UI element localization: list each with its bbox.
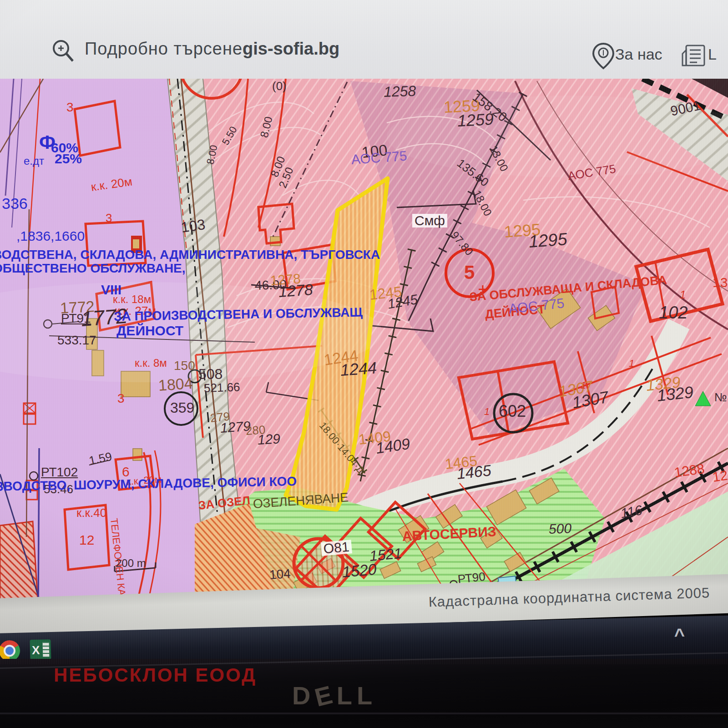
app-header: Подробно търсене gis-sofia.bg За нас L (0, 0, 728, 80)
map-viewport[interactable] (0, 79, 728, 607)
excel-grid-glyph (43, 642, 50, 657)
excel-x-glyph: X (32, 643, 40, 657)
dell-logo: DELL (292, 681, 377, 710)
laptop-photo: Подробно търсене gis-sofia.bg За нас L (0, 0, 728, 728)
location-pin-icon[interactable] (592, 42, 615, 70)
news-list-icon[interactable] (681, 44, 706, 68)
laptop-base-line (0, 713, 728, 714)
tray-chevron-icon[interactable]: ^ (674, 625, 685, 646)
dell-logo-letter: L (357, 681, 377, 710)
chrome-icon[interactable] (0, 640, 20, 662)
coordinate-system-note: Кадастрална координатна система 2005 (428, 585, 710, 610)
dell-logo-letter: L (337, 681, 357, 710)
cadastral-map-svg (0, 79, 728, 607)
about-us-link[interactable]: За нас (615, 46, 662, 63)
dell-logo-letter: E (312, 678, 340, 713)
watermark: НЕБОСКЛОН ЕООД (54, 664, 257, 686)
truncated-menu-label: L (708, 46, 717, 63)
excel-icon[interactable]: X (30, 639, 51, 660)
site-brand[interactable]: gis-sofia.bg (243, 39, 339, 59)
detailed-search-link[interactable]: Подробно търсене (85, 39, 243, 59)
search-icon[interactable] (50, 37, 76, 64)
